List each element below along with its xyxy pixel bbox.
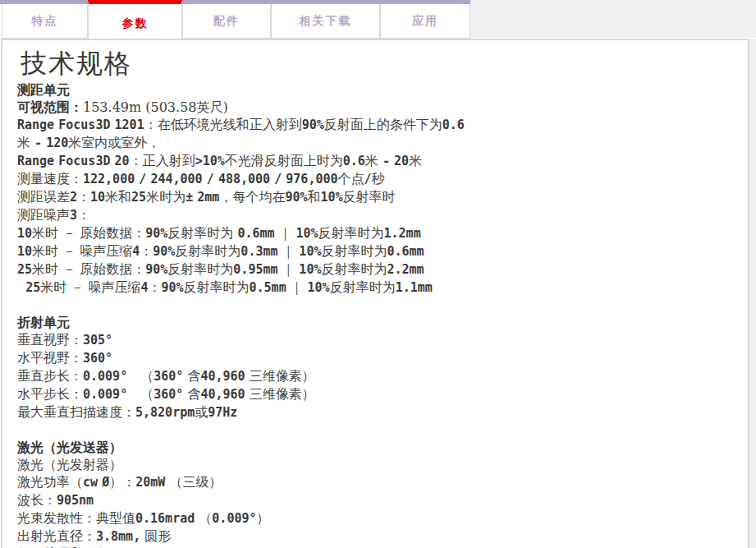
spec-line: 测量速度：122,000 / 244,000 / 488,000 / 976,0… [17, 170, 733, 188]
tab-accessories[interactable]: 配件 [182, 4, 271, 39]
spec-line: 垂直视野：305° [17, 331, 733, 349]
spec-line: 10米时 － 噪声压缩4：90%反射率时为0.3mm ｜ 10%反射率时为0.6… [17, 242, 733, 260]
spec-line: 最大垂直扫描速度：5,820rpm或97Hz [17, 403, 733, 421]
spec-line: 25米时 － 原始数据：90%反射率时为0.95mm ｜ 10%反射率时为2.2… [17, 260, 733, 279]
spec-line: Range Focus3D 20：正入射到>10%不光滑反射面上时为0.6米 -… [17, 152, 733, 170]
spec-section: 激光（光发送器）激光（光发射器）激光功率（cw Ø）：20mW （三级）波长：9… [17, 439, 733, 546]
spec-line: 激光功率（cw Ø）：20mW （三级） [17, 473, 733, 491]
section-header: 激光（光发送器） [17, 439, 733, 456]
tab-label: 配件 [213, 14, 240, 29]
tab-features[interactable]: 特点 [2, 4, 88, 39]
spec-section: 折射单元垂直视野：305°水平视野：360°垂直步长：0.009° （360° … [17, 314, 733, 421]
tab-label: 应用 [412, 14, 438, 29]
tab-downloads[interactable]: 相关下载 [271, 4, 380, 39]
spec-sections: 测距单元可视范围：153.49m (503.58英尺)Range Focus3D… [17, 81, 733, 548]
spec-line: 波长：905nm [17, 491, 733, 509]
right-margin [749, 39, 756, 548]
spec-line: 可视范围：153.49m (503.58英尺) [17, 99, 733, 116]
tab-label: 特点 [32, 14, 58, 29]
tab-parameters[interactable]: 参数 [88, 0, 182, 43]
spec-line: 测距噪声3： [17, 206, 733, 224]
spec-line: 10米时 － 原始数据：90%反射率时为 0.6mm ｜ 10%反射率时为1.2… [17, 224, 733, 242]
section-header: 折射单元 [17, 314, 733, 331]
section-header: 测距单元 [17, 81, 733, 99]
spec-line: 米 - 120米室内或室外， [17, 134, 733, 152]
spec-line: 垂直步长：0.009° （360° 含40,960 三维像素） [17, 367, 733, 385]
spec-line: 激光（光发射器） [17, 456, 733, 473]
spec-line: 25米时 － 噪声压缩4：90%反射率时为0.5mm ｜ 10%反射率时为1.1… [17, 279, 733, 297]
tab-label: 相关下载 [300, 14, 352, 29]
spec-section: 测距单元可视范围：153.49m (503.58英尺)Range Focus3D… [17, 81, 733, 297]
page-title: 技术规格 [21, 47, 733, 80]
spec-line: 水平步长：0.009° （360° 含40,960 三维像素） [17, 385, 733, 403]
tab-label: 参数 [122, 16, 149, 31]
spec-line: 光束发散性：典型值0.16mrad （0.009°） [17, 509, 733, 527]
content-panel: 技术规格 测距单元可视范围：153.49m (503.58英尺)Range Fo… [1, 39, 749, 548]
spec-line: 出射光直径：3.8mm, 圆形 [17, 527, 733, 546]
spec-line: Range Focus3D 1201：在低环境光线和正入射到90%反射面上的条件… [17, 116, 733, 134]
tab-bar: 特点参数配件相关下载应用 [2, 4, 470, 43]
tabbar-background [470, 0, 756, 38]
spec-line: 测距误差2：10米和25米时为± 2mm，每个均在90%和10%反射率时 [17, 188, 733, 206]
tab-applications[interactable]: 应用 [380, 4, 470, 39]
spec-line: 水平视野：360° [17, 349, 733, 367]
